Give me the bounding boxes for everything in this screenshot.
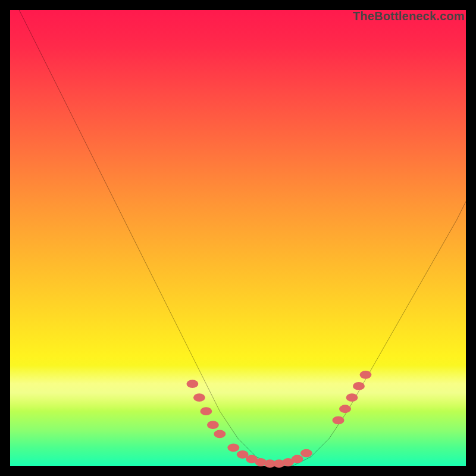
- sample-point: [360, 371, 372, 379]
- sample-point: [207, 421, 219, 429]
- sample-point: [193, 393, 205, 402]
- sample-point: [300, 449, 312, 458]
- sample-point: [214, 430, 226, 438]
- sample-point: [339, 405, 351, 413]
- chart-svg: [10, 10, 466, 466]
- sample-points: [186, 371, 371, 468]
- sample-point: [186, 380, 198, 388]
- sample-point: [333, 416, 345, 425]
- sample-point: [353, 382, 365, 390]
- sample-point: [227, 443, 239, 452]
- sample-point: [200, 407, 212, 415]
- sample-point: [346, 393, 358, 402]
- chart-frame: TheBottleneck.com: [10, 10, 466, 466]
- watermark-text: TheBottleneck.com: [353, 10, 465, 23]
- bottleneck-curve: [19, 10, 466, 466]
- sample-point: [292, 455, 303, 464]
